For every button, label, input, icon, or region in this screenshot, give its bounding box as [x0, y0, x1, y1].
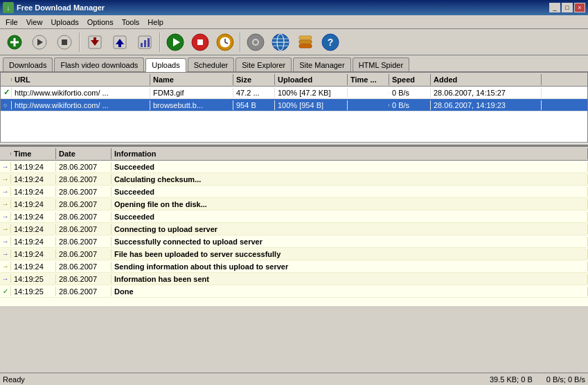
menu-tools[interactable]: Tools	[118, 17, 144, 28]
schedule-button[interactable]	[213, 32, 237, 53]
log-row-info: Succeeded	[112, 187, 588, 197]
log-row-info: Succeeded	[112, 162, 588, 172]
stop-all-button[interactable]	[188, 32, 212, 53]
row-size: 47.2 ...	[233, 88, 275, 98]
toolbar-separator-2	[159, 33, 161, 52]
site-explorer-button[interactable]	[269, 32, 292, 53]
tabs: Downloads Flash video downloads Uploads …	[0, 55, 588, 72]
log-row-date: 28.06.2007	[56, 174, 112, 184]
tab-scheduler[interactable]: Scheduler	[188, 57, 235, 71]
svg-rect-16	[148, 38, 150, 47]
log-row-time: 14:19:24	[11, 174, 56, 184]
log-row-info: Connecting to upload server	[112, 224, 588, 234]
log-col-info-header: Information	[112, 148, 588, 159]
svg-rect-14	[141, 43, 143, 47]
move-down-button[interactable]	[83, 32, 107, 53]
log-row-icon: ✓	[0, 287, 11, 296]
row-added: 28.06.2007, 14:15:27	[431, 88, 542, 98]
log-row-date: 28.06.2007	[56, 199, 112, 209]
log-row-icon: →	[0, 199, 11, 208]
minimize-button[interactable]: _	[549, 3, 560, 12]
status-speeds: 0 B/s; 0 B/s	[546, 375, 585, 384]
menu-options[interactable]: Options	[83, 17, 118, 28]
col-header-status	[1, 78, 12, 81]
maximize-button[interactable]: □	[562, 3, 573, 12]
log-row: → 14:19:24 28.06.2007 Succeeded	[0, 161, 588, 173]
play-button[interactable]	[28, 32, 51, 53]
log-row: → 14:19:24 28.06.2007 Calculating checks…	[0, 173, 588, 186]
menu-uploads[interactable]: Uploads	[46, 17, 82, 28]
log-row-time: 14:19:24	[11, 249, 56, 259]
log-row-time: 14:19:25	[11, 287, 56, 296]
tab-html-spider[interactable]: HTML Spider	[353, 57, 409, 71]
menu-view[interactable]: View	[22, 17, 47, 28]
log-panel: Time Date Information → 14:19:24 28.06.2…	[0, 145, 588, 306]
move-up-button[interactable]	[108, 32, 132, 53]
tab-downloads[interactable]: Downloads	[3, 57, 53, 71]
log-row-date: 28.06.2007	[56, 287, 112, 296]
row-uploaded: 100% [47.2 KB]	[275, 88, 348, 98]
table-row[interactable]: ○ http://www.wikifortio.com/ ... browseb…	[1, 99, 587, 111]
log-row-date: 28.06.2007	[56, 237, 112, 247]
chart-button[interactable]	[133, 32, 157, 53]
row-time	[348, 105, 389, 106]
log-row-date: 28.06.2007	[56, 249, 112, 259]
svg-text:?: ?	[328, 37, 334, 48]
tab-flash-video[interactable]: Flash video downloads	[54, 57, 144, 71]
row-status-icon: ○	[1, 101, 12, 109]
log-col-icon-header	[0, 152, 11, 155]
log-row: → 14:19:24 28.06.2007 File has been uplo…	[0, 248, 588, 260]
log-header: Time Date Information	[0, 147, 588, 161]
menu-bar: File View Uploads Options Tools Help	[0, 15, 588, 29]
table-body: ✓ http://www.wikifortio.com/ ... FDM3.gi…	[1, 87, 587, 142]
row-uploaded: 100% [954 B]	[275, 100, 348, 110]
log-row-time: 14:19:25	[11, 274, 56, 284]
log-row: → 14:19:24 28.06.2007 Connecting to uplo…	[0, 223, 588, 235]
log-row-icon: →	[0, 224, 11, 233]
tab-uploads[interactable]: Uploads	[145, 58, 186, 72]
log-row: → 14:19:25 28.06.2007 Information has be…	[0, 273, 588, 285]
help-button[interactable]: ?	[319, 32, 342, 53]
log-row: → 14:19:24 28.06.2007 Succeeded	[0, 211, 588, 223]
col-header-added: Added	[431, 74, 542, 85]
title-bar: ↓ Free Download Manager _ □ ×	[0, 0, 588, 15]
log-row-info: Sending information about this upload to…	[112, 262, 588, 271]
close-button[interactable]: ×	[574, 3, 585, 12]
log-row-date: 28.06.2007	[56, 262, 112, 271]
toolbar-separator-3	[240, 33, 241, 52]
tab-site-manager[interactable]: Site Manager	[293, 57, 350, 71]
log-row-info: Opening file on the disk...	[112, 199, 588, 209]
menu-file[interactable]: File	[1, 17, 22, 28]
settings-button[interactable]	[244, 32, 267, 53]
start-all-button[interactable]	[163, 32, 187, 53]
table-row[interactable]: ✓ http://www.wikifortio.com/ ... FDM3.gi…	[1, 87, 587, 99]
toolbar-separator-1	[79, 33, 80, 52]
col-header-url: URL	[12, 74, 150, 85]
log-row-time: 14:19:24	[11, 262, 56, 271]
col-header-name: Name	[150, 74, 233, 85]
log-row-icon: →	[0, 212, 11, 221]
row-name: FDM3.gif	[150, 88, 233, 98]
log-col-time-header: Time	[11, 148, 56, 159]
log-col-date-header: Date	[56, 148, 112, 159]
log-body[interactable]: → 14:19:24 28.06.2007 Succeeded → 14:19:…	[0, 161, 588, 306]
menu-help[interactable]: Help	[143, 17, 168, 28]
log-row-icon: →	[0, 262, 11, 271]
site-manager-button[interactable]	[294, 32, 317, 53]
status-ready-text: Ready	[3, 375, 490, 384]
row-url: http://www.wikifortio.com/ ...	[12, 88, 150, 98]
add-button[interactable]	[3, 32, 26, 53]
row-added: 28.06.2007, 14:19:23	[431, 100, 542, 110]
log-row-time: 14:19:24	[11, 199, 56, 209]
svg-rect-9	[93, 37, 96, 41]
svg-point-27	[253, 40, 258, 44]
row-url: http://www.wikifortio.com/ ...	[12, 100, 150, 110]
log-row: → 14:19:24 28.06.2007 Sending informatio…	[0, 260, 588, 273]
log-row-icon: →	[0, 237, 11, 246]
log-row-icon: →	[0, 162, 11, 171]
stop-button[interactable]	[53, 32, 76, 53]
tab-site-explorer[interactable]: Site Explorer	[235, 57, 292, 71]
row-size: 954 B	[233, 100, 275, 110]
svg-rect-20	[197, 39, 203, 45]
window-controls: _ □ ×	[549, 3, 585, 12]
